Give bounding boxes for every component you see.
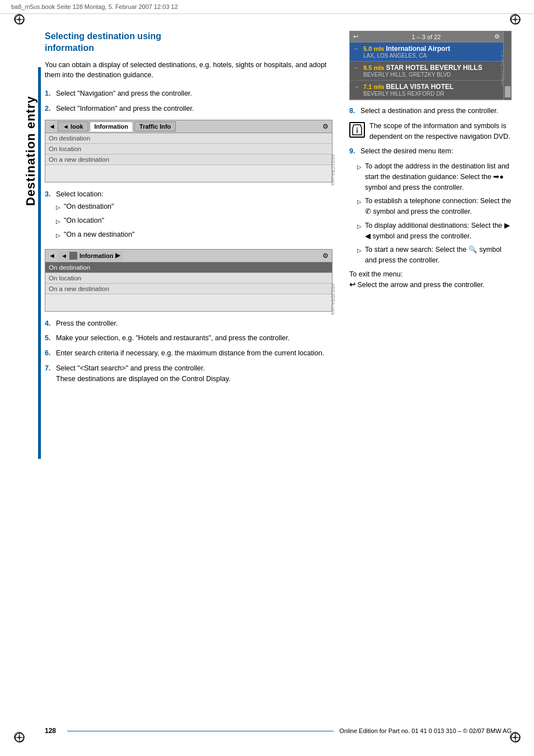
dest-settings-icon: ⚙ <box>494 33 500 40</box>
menu-item-on-destination: On destination <box>45 133 332 144</box>
page-footer: 128 Online Edition for Part no. 01 41 0 … <box>45 727 512 735</box>
ui2-back-arrow: ◄ <box>48 251 57 260</box>
bullet-on-new-destination: ▷ "On a new destination" <box>56 229 332 240</box>
footer-text: Online Edition for Part no. 01 41 0 013 … <box>339 727 512 734</box>
step-7: 7. Select "<Start search>" and press the… <box>45 363 332 384</box>
right-column: ↩ 1 – 3 of 22 ⚙ ← 5.0 mls International … <box>349 31 512 388</box>
page-header: ba8_m5us.book Seite 128 Montag, 5. Febru… <box>0 0 534 14</box>
destination-list-box: ↩ 1 – 3 of 22 ⚙ ← 5.0 mls International … <box>349 31 512 100</box>
page-number: 128 <box>45 727 62 735</box>
right-step-8: 8. Select a destination and press the co… <box>349 106 512 116</box>
ui-box2-header: ◄ ◄ Information ▶ ⚙ <box>45 250 332 262</box>
menu2-item-on-destination: On destination <box>45 262 332 273</box>
img-caption-1: A5S1C8A;usa <box>330 154 336 186</box>
menu2-item-on-location: On location <box>45 273 332 284</box>
note-text: The scope of the information and symbols… <box>369 121 512 142</box>
dest-scroll-thumb <box>505 86 510 97</box>
dest-back-icon: ↩ <box>353 33 358 40</box>
bullet-on-destination: ▷ "On destination" <box>56 201 332 212</box>
step-5: 5. Make your selection, e.g. "Hotels and… <box>45 333 332 344</box>
ui-screenshot-1: ◄ ◄ look Information Traffic Info ⚙ On d… <box>45 120 332 182</box>
dest-box-header: ↩ 1 – 3 of 22 ⚙ <box>350 31 503 43</box>
note-icon <box>349 122 365 138</box>
bullet-new-search: ▷ To start a new search: Select the 🔍 sy… <box>357 245 512 266</box>
ui-box1-header: ◄ ◄ look Information Traffic Info ⚙ <box>45 120 332 133</box>
settings-icon: ⚙ <box>321 122 330 131</box>
tab-look: ◄ look <box>58 121 88 132</box>
menu-item-on-location: On location <box>45 144 332 154</box>
two-column-layout: Selecting destination using information … <box>45 31 512 388</box>
dest-item-1: ← 9.5 mls STAR HOTEL BEVERLY HILLS BEVER… <box>350 62 503 81</box>
sidebar-bar <box>38 67 41 459</box>
menu-item-on-new-destination: On a new destination <box>45 154 332 165</box>
dest-item-2: → 7.1 mls BELLA VISTA HOTEL BEVERLY HILL… <box>350 81 503 100</box>
dest-count: 1 – 3 of 22 <box>412 34 441 40</box>
step-3: 3. Select location: ▷ "On destination" ▷… <box>45 189 332 243</box>
right-bullets: ▷ To adopt the address in the destinatio… <box>357 161 512 266</box>
bullet-adopt: ▷ To adopt the address in the destinatio… <box>357 161 512 192</box>
dest-item-0: ← 5.0 mls International Airport LAX, LOS… <box>350 43 503 62</box>
corner-mark-tr <box>510 14 520 24</box>
right-step-9: 9. Select the desired menu item: <box>349 146 512 157</box>
step-2: 2. Select "Information" and press the co… <box>45 104 332 114</box>
note-box: The scope of the information and symbols… <box>349 121 512 142</box>
img-caption-2: A5S2D8A;usa <box>330 283 336 315</box>
bullet-additional: ▷ To display additional destinations: Se… <box>357 220 512 242</box>
svg-point-14 <box>357 128 358 129</box>
dest-caption: C4-3ALTF5Men <box>499 50 505 86</box>
step3-bullets: ▷ "On destination" ▷ "On location" ▷ "On… <box>56 201 332 240</box>
step-6: 6. Enter search criteria if necessary, e… <box>45 348 332 359</box>
left-column: Selecting destination using information … <box>45 31 332 388</box>
file-info: ba8_m5us.book Seite 128 Montag, 5. Febru… <box>11 3 178 10</box>
step-1: 1. Select "Navigation" and press the con… <box>45 88 332 99</box>
intro-text: You can obtain a display of selected des… <box>45 60 332 81</box>
tab-information: Information <box>90 121 134 132</box>
corner-mark-bl <box>14 732 24 742</box>
corner-mark-tl <box>14 14 24 24</box>
tab-traffic-info: Traffic Info <box>134 121 176 132</box>
bullet-telephone: ▷ To establish a telephone connection: S… <box>357 196 512 217</box>
exit-note: To exit the menu: ↩ Select the arrow and… <box>349 269 512 290</box>
ui-back-arrow: ◄ <box>48 122 57 131</box>
sidebar-label: Destination entry <box>24 78 38 224</box>
ui2-info-label: ◄ Information ▶ <box>58 251 123 261</box>
settings-icon-2: ⚙ <box>321 251 330 260</box>
bullet-on-location: ▷ "On location" <box>56 215 332 226</box>
step-4: 4. Press the controller. <box>45 318 332 329</box>
main-content: Selecting destination using information … <box>45 31 512 722</box>
footer-rule <box>67 731 334 731</box>
menu2-item-on-new-destination: On a new destination <box>45 284 332 294</box>
info-icon-box <box>69 252 77 260</box>
ui-screenshot-2: ◄ ◄ Information ▶ ⚙ On destination On lo… <box>45 249 332 312</box>
section-heading: Selecting destination using information <box>45 31 332 54</box>
